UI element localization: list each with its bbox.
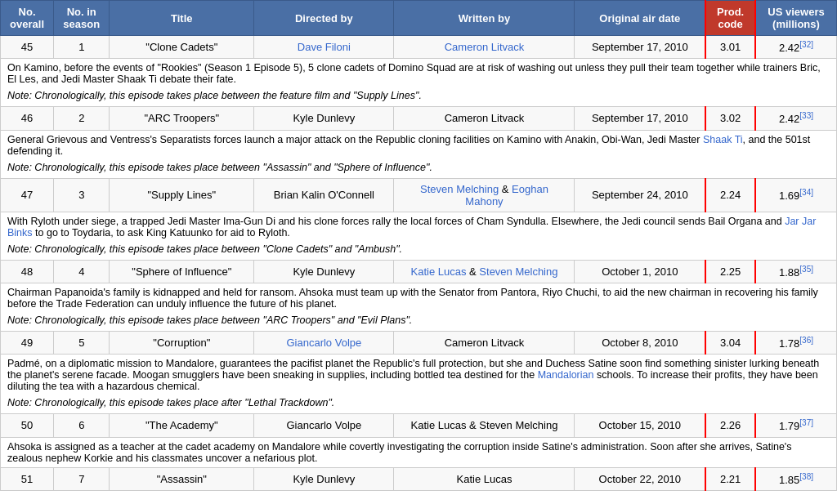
col-viewers: US viewers(millions) bbox=[755, 1, 837, 36]
citation: [38] bbox=[799, 472, 813, 481]
episodes-table: No.overall No. inseason Title Directed b… bbox=[0, 0, 837, 491]
col-no-season: No. inseason bbox=[54, 1, 110, 36]
shaak-ti-link[interactable]: Shaak Ti bbox=[703, 134, 743, 145]
table-row: 517"Assassin"Kyle DunlevyKatie LucasOcto… bbox=[1, 467, 837, 490]
citation-link[interactable]: [33] bbox=[799, 111, 813, 120]
directed-by: Giancarlo Volpe bbox=[254, 414, 394, 437]
no-overall: 47 bbox=[1, 178, 54, 212]
prod-code: 3.02 bbox=[705, 107, 755, 130]
episode-title: "Corruption" bbox=[110, 331, 254, 354]
table-row: 451"Clone Cadets"Dave FiloniCameron Litv… bbox=[1, 36, 837, 59]
description-row: Padmé, on a diplomatic mission to Mandal… bbox=[1, 355, 837, 396]
directed-by[interactable]: Giancarlo Volpe bbox=[254, 331, 394, 354]
written-by: Cameron Litvack bbox=[394, 107, 575, 130]
citation-link[interactable]: [37] bbox=[799, 418, 813, 427]
mandalorian-link[interactable]: Mandalorian bbox=[538, 369, 594, 381]
written-by: Katie Lucas & Steven Melching bbox=[394, 414, 575, 437]
episode-description: On Kamino, before the events of "Rookies… bbox=[1, 59, 837, 89]
writer-link-1[interactable]: Steven Melching bbox=[420, 183, 499, 195]
episode-note: Note: Chronologically, this episode take… bbox=[1, 395, 837, 414]
description-row: With Ryloth under siege, a trapped Jedi … bbox=[1, 212, 837, 242]
table-row: 473"Supply Lines"Brian Kalin O'ConnellSt… bbox=[1, 178, 837, 212]
episode-note: Note: Chronologically, this episode take… bbox=[1, 88, 837, 107]
no-overall: 50 bbox=[1, 414, 54, 437]
writer-link[interactable]: Cameron Litvack bbox=[445, 41, 525, 53]
no-overall: 46 bbox=[1, 107, 54, 130]
episode-title: "The Academy" bbox=[110, 414, 254, 437]
written-by: Katie Lucas bbox=[394, 467, 575, 490]
no-season: 5 bbox=[54, 331, 110, 354]
prod-code: 2.24 bbox=[705, 178, 755, 212]
table-row: 495"Corruption"Giancarlo VolpeCameron Li… bbox=[1, 331, 837, 354]
header-row: No.overall No. inseason Title Directed b… bbox=[1, 1, 837, 36]
table-row: 484"Sphere of Influence"Kyle DunlevyKati… bbox=[1, 260, 837, 283]
note-row: Note: Chronologically, this episode take… bbox=[1, 313, 837, 332]
citation-link[interactable]: [36] bbox=[799, 336, 813, 345]
prod-code: 2.25 bbox=[705, 260, 755, 283]
citation: [37] bbox=[799, 418, 813, 427]
no-overall: 51 bbox=[1, 467, 54, 490]
air-date: September 17, 2010 bbox=[575, 36, 705, 59]
episode-note: Note: Chronologically, this episode take… bbox=[1, 160, 837, 179]
table-row: 462"ARC Troopers"Kyle DunlevyCameron Lit… bbox=[1, 107, 837, 130]
episode-description: Ahsoka is assigned as a teacher at the c… bbox=[1, 437, 837, 467]
episode-title: "Sphere of Influence" bbox=[110, 260, 254, 283]
written-by[interactable]: Steven Melching & Eoghan Mahony bbox=[394, 178, 575, 212]
col-written: Written by bbox=[394, 1, 575, 36]
written-by[interactable]: Katie Lucas & Steven Melching bbox=[394, 260, 575, 283]
episode-description: With Ryloth under siege, a trapped Jedi … bbox=[1, 212, 837, 242]
description-row: On Kamino, before the events of "Rookies… bbox=[1, 59, 837, 89]
air-date: September 17, 2010 bbox=[575, 107, 705, 130]
directed-by: Kyle Dunlevy bbox=[254, 260, 394, 283]
directed-by[interactable]: Dave Filoni bbox=[254, 36, 394, 59]
writer-link-1[interactable]: Katie Lucas bbox=[411, 265, 467, 278]
us-viewers: 2.42[33] bbox=[755, 107, 837, 130]
episode-description: Chairman Papanoida's family is kidnapped… bbox=[1, 283, 837, 313]
citation-link[interactable]: [34] bbox=[799, 188, 813, 197]
note-row: Note: Chronologically, this episode take… bbox=[1, 395, 837, 414]
prod-code: 2.21 bbox=[705, 467, 755, 490]
episode-title: "Clone Cadets" bbox=[110, 36, 254, 59]
us-viewers: 1.88[35] bbox=[755, 260, 837, 283]
citation: [36] bbox=[799, 336, 813, 345]
episode-description: Padmé, on a diplomatic mission to Mandal… bbox=[1, 355, 837, 396]
episode-note: Note: Chronologically, this episode take… bbox=[1, 313, 837, 332]
prod-code: 2.26 bbox=[705, 414, 755, 437]
episode-title: "Assassin" bbox=[110, 467, 254, 490]
jar-jar-link[interactable]: Jar Jar Binks bbox=[7, 216, 816, 239]
table-row: 506"The Academy"Giancarlo VolpeKatie Luc… bbox=[1, 414, 837, 437]
col-prod-code: Prod.code bbox=[705, 1, 755, 36]
no-season: 7 bbox=[54, 467, 110, 490]
citation: [35] bbox=[799, 265, 813, 274]
episode-title: "ARC Troopers" bbox=[110, 107, 254, 130]
director-link[interactable]: Dave Filoni bbox=[298, 41, 351, 53]
note-row: Note: Chronologically, this episode take… bbox=[1, 242, 837, 261]
citation-link[interactable]: [38] bbox=[799, 472, 813, 481]
episode-note: Note: Chronologically, this episode take… bbox=[1, 242, 837, 261]
no-season: 6 bbox=[54, 414, 110, 437]
prod-code: 3.01 bbox=[705, 36, 755, 59]
air-date: October 15, 2010 bbox=[575, 414, 705, 437]
no-overall: 48 bbox=[1, 260, 54, 283]
no-season: 4 bbox=[54, 260, 110, 283]
note-row: Note: Chronologically, this episode take… bbox=[1, 160, 837, 179]
no-overall: 49 bbox=[1, 331, 54, 354]
citation-link[interactable]: [35] bbox=[799, 265, 813, 274]
directed-by: Kyle Dunlevy bbox=[254, 107, 394, 130]
citation-link[interactable]: [32] bbox=[799, 40, 813, 49]
citation: [33] bbox=[799, 111, 813, 120]
air-date: October 8, 2010 bbox=[575, 331, 705, 354]
description-row: Chairman Papanoida's family is kidnapped… bbox=[1, 283, 837, 313]
us-viewers: 1.79[37] bbox=[755, 414, 837, 437]
air-date: September 24, 2010 bbox=[575, 178, 705, 212]
citation: [34] bbox=[799, 188, 813, 197]
episode-title: "Supply Lines" bbox=[110, 178, 254, 212]
note-row: Note: Chronologically, this episode take… bbox=[1, 88, 837, 107]
col-title: Title bbox=[110, 1, 254, 36]
director-link[interactable]: Giancarlo Volpe bbox=[286, 337, 361, 349]
directed-by: Brian Kalin O'Connell bbox=[254, 178, 394, 212]
written-by[interactable]: Cameron Litvack bbox=[394, 36, 575, 59]
writer-link-2[interactable]: Steven Melching bbox=[479, 265, 557, 278]
directed-by: Kyle Dunlevy bbox=[254, 467, 394, 490]
air-date: October 22, 2010 bbox=[575, 467, 705, 490]
